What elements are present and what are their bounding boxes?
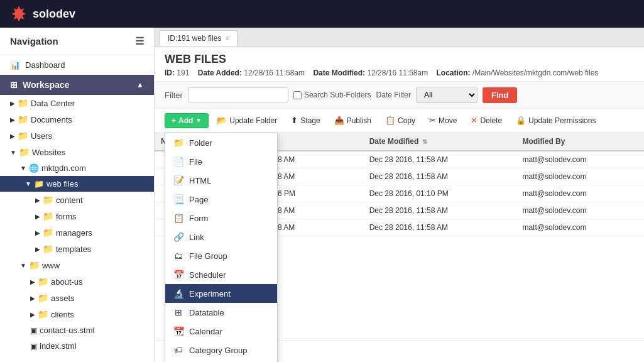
- file-icon: ▣: [30, 326, 37, 335]
- folder-icon: 📁: [18, 114, 28, 124]
- tree-item-documents[interactable]: ▶ 📁 Documents: [0, 111, 154, 128]
- dropdown-page-icon: 📃: [173, 194, 184, 204]
- tab-label: ID:191 web files: [168, 34, 221, 43]
- search-subfolders-checkbox[interactable]: [293, 91, 302, 99]
- filter-input[interactable]: [188, 87, 288, 102]
- tab-close-button[interactable]: ×: [225, 35, 229, 42]
- expand-icon: ▶: [35, 213, 40, 220]
- tree-item-about-us[interactable]: ▶ 📁 about-us: [0, 273, 154, 290]
- dropdown-item-link[interactable]: 🔗 Link: [165, 228, 277, 246]
- dropdown-item-form[interactable]: 📋 Form: [165, 209, 277, 228]
- tree-item-mktgdn[interactable]: ▼ 🌐 mktgdn.com: [0, 160, 154, 176]
- id-value: 191: [177, 69, 189, 77]
- copy-button[interactable]: 📋 Copy: [379, 112, 421, 128]
- tab-bar: ID:191 web files ×: [155, 28, 644, 47]
- folder-icon: 📁: [34, 179, 44, 189]
- search-subfolders-wrap: Search Sub-Folders: [293, 90, 371, 99]
- tree-label: www: [42, 261, 60, 270]
- find-button[interactable]: Find: [483, 87, 517, 103]
- logo: solodev: [10, 5, 75, 23]
- tree-item-managers[interactable]: ▶ 📁 managers: [0, 224, 154, 241]
- tree-item-content[interactable]: ▶ 📁 content: [0, 192, 154, 208]
- tree-item-www[interactable]: ▼ 📁 www: [0, 257, 154, 273]
- expand-icon: ▼: [10, 149, 16, 156]
- move-label: Move: [439, 116, 457, 125]
- filter-label: Filter: [165, 90, 183, 100]
- tree-label: index.stml: [40, 341, 77, 351]
- update-folder-label: Update Folder: [229, 116, 277, 125]
- expand-icon: ▶: [10, 133, 15, 140]
- cell-modified-by: matt@solodev.com: [516, 185, 644, 202]
- dropdown-item-category-group[interactable]: 🏷 Category Group: [165, 341, 277, 359]
- dropdown-item-file-group[interactable]: 🗂 File Group: [165, 246, 277, 265]
- tree-item-forms[interactable]: ▶ 📁 forms: [0, 208, 154, 224]
- tree-item-templates[interactable]: ▶ 📁 templates: [0, 241, 154, 257]
- tree-item-users[interactable]: ▶ 📁 Users: [0, 128, 154, 144]
- folder-icon: 📁: [19, 147, 30, 157]
- folder-icon: 📁: [43, 228, 53, 238]
- stage-icon: ⬆: [291, 116, 298, 125]
- dropdown-item-label: HTML: [189, 176, 211, 185]
- filter-bar: Filter Search Sub-Folders Date Filter Al…: [155, 82, 644, 109]
- move-icon: ✂: [429, 116, 436, 125]
- dropdown-item-html[interactable]: 📝 HTML: [165, 171, 277, 190]
- sidebar-item-dashboard[interactable]: 📊 Dashboard: [0, 55, 154, 75]
- tree-label: clients: [51, 310, 74, 319]
- dropdown-item-label: Form: [189, 214, 208, 223]
- copy-icon: 📋: [385, 116, 395, 125]
- folder-icon: 📁: [38, 309, 48, 319]
- tree-label: mktgdn.com: [41, 163, 86, 173]
- tree-item-web-files[interactable]: ▼ 📁 web files: [0, 176, 154, 192]
- tree-item-websites[interactable]: ▼ 📁 Websites: [0, 144, 154, 160]
- tree-item-clients[interactable]: ▶ 📁 clients: [0, 306, 154, 322]
- tree-item-index[interactable]: ▣ index.stml: [0, 338, 154, 354]
- tree-item-contact-us[interactable]: ▣ contact-us.stml: [0, 322, 154, 338]
- stage-button[interactable]: ⬆ Stage: [285, 112, 325, 128]
- dropdown-item-label: Scheduler: [189, 270, 226, 280]
- tree-label: Documents: [31, 115, 72, 124]
- dropdown-scheduler-icon: 📅: [173, 270, 184, 280]
- workspace-header[interactable]: ⊞ Workspace ▲: [0, 75, 154, 95]
- tree-item-assets[interactable]: ▶ 📁 assets: [0, 290, 154, 306]
- dropdown-item-user[interactable]: 👤 User: [165, 359, 277, 362]
- move-button[interactable]: ✂ Move: [423, 112, 462, 128]
- publish-button[interactable]: 📤 Publish: [329, 112, 377, 128]
- add-button[interactable]: + Add ▼: [165, 113, 209, 128]
- hamburger-icon[interactable]: ☰: [135, 35, 144, 47]
- folder-icon: 📁: [18, 131, 28, 141]
- workspace-label-wrap: ⊞ Workspace: [10, 80, 69, 90]
- dropdown-item-label: File: [189, 157, 202, 167]
- date-filter-select[interactable]: All Today This Week This Month: [416, 87, 478, 103]
- update-permissions-button[interactable]: 🔒 Update Permissions: [510, 112, 601, 128]
- update-permissions-label: Update Permissions: [528, 116, 596, 125]
- tree-label: web files: [46, 179, 79, 189]
- dropdown-item-experiment[interactable]: 🔬 Experiment: [165, 284, 277, 303]
- topbar: solodev: [0, 0, 644, 28]
- dropdown-item-label: Page: [189, 195, 208, 204]
- folder-icon: 📁: [29, 260, 40, 270]
- location-value: /Main/Websites/mktgdn.com/web files: [472, 69, 599, 77]
- search-subfolders-label: Search Sub-Folders: [304, 90, 371, 99]
- expand-icon: ▼: [20, 262, 26, 269]
- dropdown-item-calendar[interactable]: 📆 Calendar: [165, 322, 277, 341]
- cell-date-modified: Dec 28 2016, 01:10 PM: [363, 185, 516, 202]
- dropdown-item-datatable[interactable]: ⊞ Datatable: [165, 303, 277, 322]
- dropdown-item-folder[interactable]: 📁 Folder: [165, 133, 277, 152]
- dropdown-html-icon: 📝: [173, 175, 184, 185]
- delete-button[interactable]: ✕ Delete: [465, 112, 508, 128]
- tab-web-files[interactable]: ID:191 web files ×: [160, 30, 237, 46]
- toolbar: + Add ▼ 📂 Update Folder ⬆ Stage 📤 Publis…: [155, 109, 644, 133]
- dropdown-item-file[interactable]: 📄 File: [165, 152, 277, 171]
- update-folder-button[interactable]: 📂 Update Folder: [211, 112, 283, 128]
- tree-label: content: [56, 195, 83, 205]
- dropdown-item-scheduler[interactable]: 📅 Scheduler: [165, 265, 277, 284]
- tree-item-data-center[interactable]: ▶ 📁 Data Center: [0, 95, 154, 111]
- dropdown-link-icon: 🔗: [173, 232, 184, 242]
- copy-label: Copy: [398, 116, 415, 125]
- logo-icon: [10, 5, 28, 23]
- delete-icon: ✕: [471, 116, 478, 125]
- plus-icon: +: [172, 116, 176, 125]
- dropdown-item-page[interactable]: 📃 Page: [165, 190, 277, 209]
- tree-label: about-us: [51, 277, 83, 287]
- nav-header: Navigation ☰: [0, 28, 154, 55]
